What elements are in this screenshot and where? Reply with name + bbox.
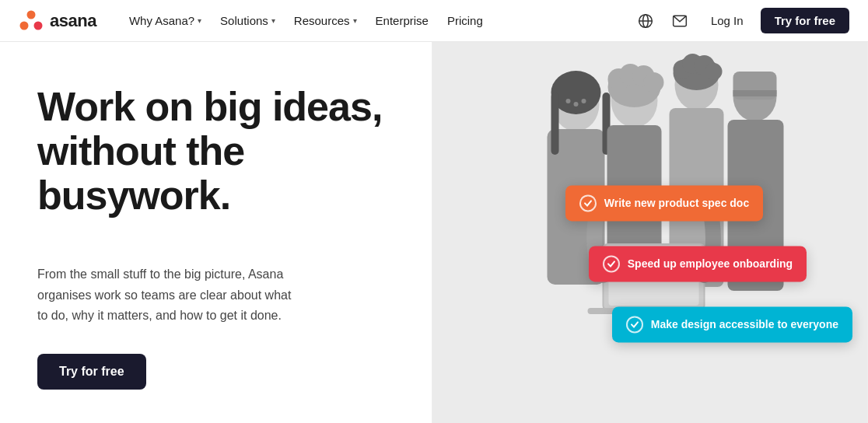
svg-point-36: [582, 99, 586, 103]
svg-rect-30: [733, 90, 777, 96]
check-icon-0: [579, 194, 597, 212]
nav-items: Why Asana? ▾ Solutions ▾ Resources ▾ Ent…: [121, 9, 491, 32]
svg-point-19: [644, 72, 664, 93]
check-icon-2: [626, 316, 643, 333]
task-card-0: Write new product spec doc: [565, 185, 763, 221]
hero-subtitle: From the small stuff to the big picture,…: [37, 264, 302, 326]
svg-point-34: [574, 102, 579, 107]
nav-item-solutions[interactable]: Solutions ▾: [212, 9, 283, 32]
mail-button[interactable]: [666, 7, 694, 35]
main-content: Work on big ideas, without the busywork.…: [0, 42, 868, 423]
check-icon-1: [603, 255, 620, 272]
navbar: asana Why Asana? ▾ Solutions ▾ Resources…: [0, 0, 868, 42]
chevron-icon: ▾: [198, 16, 201, 25]
login-button[interactable]: Log In: [700, 9, 754, 32]
hero-left: Work on big ideas, without the busywork.…: [0, 42, 432, 423]
try-free-button-nav[interactable]: Try for free: [761, 8, 849, 33]
nav-item-resources[interactable]: Resources ▾: [286, 9, 365, 32]
hero-title: Work on big ideas, without the busywork.: [37, 85, 394, 218]
svg-point-0: [27, 10, 36, 19]
svg-point-1: [20, 21, 29, 30]
try-free-button-hero[interactable]: Try for free: [37, 354, 146, 390]
hero-right: Write new product spec doc Speed up empl…: [432, 42, 868, 423]
nav-item-why-asana[interactable]: Why Asana? ▾: [121, 9, 209, 32]
svg-point-2: [34, 21, 43, 30]
logo-text: asana: [50, 11, 96, 31]
task-card-2: Make design accessible to everyone: [612, 306, 852, 342]
nav-right: Log In Try for free: [632, 7, 849, 35]
svg-point-35: [566, 99, 571, 103]
task-card-1: Speed up employee onboarding: [589, 246, 807, 281]
chevron-icon: ▾: [353, 16, 357, 25]
nav-item-pricing[interactable]: Pricing: [439, 9, 491, 32]
logo[interactable]: asana: [19, 9, 96, 33]
chevron-icon: ▾: [271, 16, 275, 25]
svg-rect-11: [551, 93, 559, 155]
task-cards: Write new product spec doc Speed up empl…: [550, 185, 852, 342]
globe-button[interactable]: [632, 7, 660, 35]
nav-item-enterprise[interactable]: Enterprise: [368, 9, 436, 32]
svg-point-26: [705, 63, 723, 80]
